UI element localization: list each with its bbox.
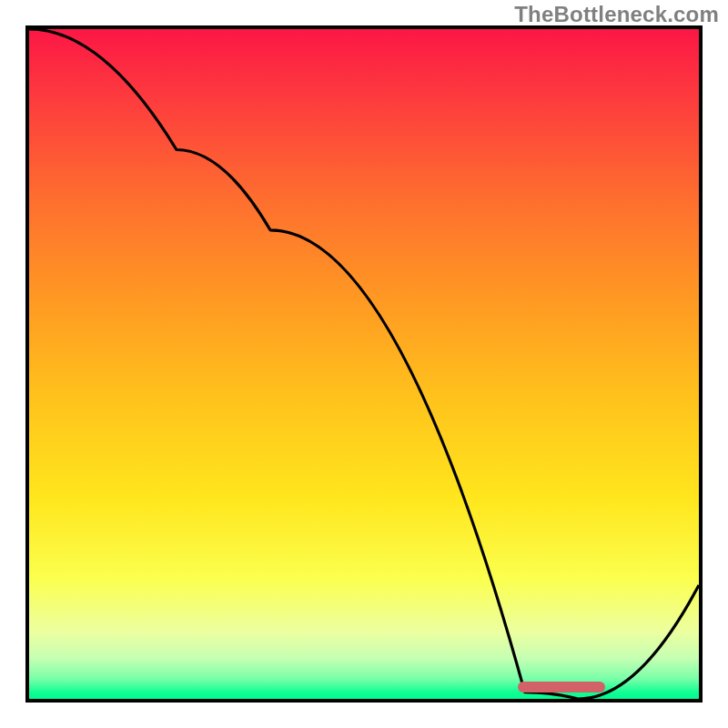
bottleneck-curve: [29, 29, 699, 699]
plot-area: [25, 25, 703, 703]
bottleneck-chart: TheBottleneck.com: [0, 0, 728, 728]
curve-path: [29, 29, 699, 699]
optimum-marker: [518, 682, 605, 693]
attribution-label: TheBottleneck.com: [514, 2, 719, 27]
